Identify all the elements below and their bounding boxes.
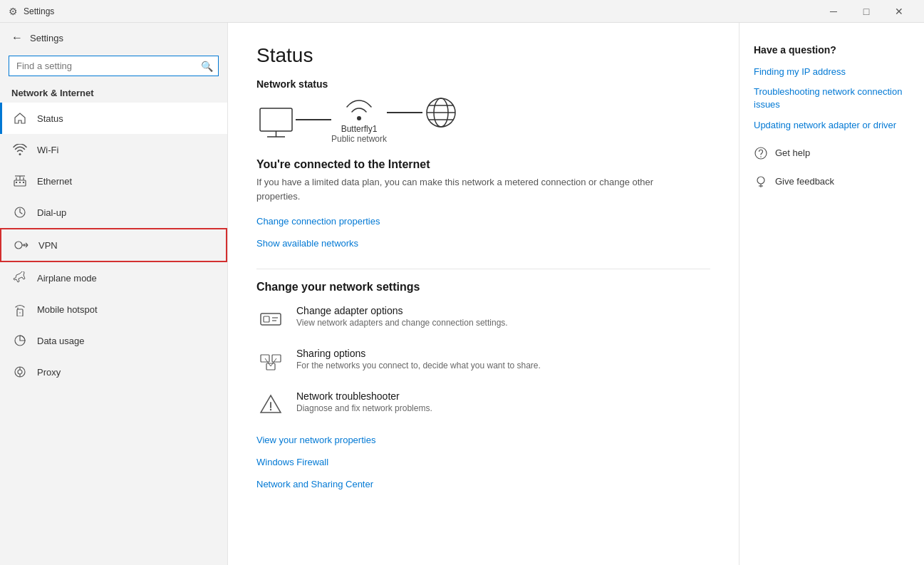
sidebar-item-proxy[interactable]: Proxy (0, 356, 227, 388)
settings-item-sharing-text: Sharing options For the networks you con… (296, 348, 541, 370)
titlebar-title: Settings (24, 6, 817, 16)
minimize-button[interactable]: ─ (817, 0, 850, 23)
dialup-icon (11, 204, 28, 221)
troubleshooter-title: Network troubleshooter (296, 390, 432, 402)
back-label: Settings (30, 33, 63, 43)
back-button[interactable]: ← Settings (0, 23, 227, 53)
home-icon (11, 110, 28, 127)
sidebar-item-vpn[interactable]: VPN (0, 228, 227, 262)
right-panel-link-ip[interactable]: Finding my IP address (754, 66, 910, 78)
maximize-button[interactable]: □ (850, 0, 883, 23)
give-feedback-label: Give feedback (775, 176, 834, 187)
right-panel: Have a question? Finding my IP address T… (739, 23, 924, 565)
sidebar: ← Settings 🔍 Network & Internet Status (0, 23, 228, 565)
close-button[interactable]: ✕ (883, 0, 915, 23)
svg-rect-21 (260, 108, 292, 131)
sidebar-item-label-ethernet: Ethernet (37, 176, 72, 187)
sidebar-item-hotspot[interactable]: Mobile hotspot (0, 294, 227, 325)
sidebar-item-ethernet[interactable]: Ethernet (0, 165, 227, 197)
svg-rect-36 (266, 363, 275, 370)
settings-icon: ⚙ (9, 6, 18, 17)
sidebar-item-label-wifi: Wi-Fi (37, 145, 58, 155)
sidebar-item-airplane[interactable]: Airplane mode (0, 262, 227, 294)
window-controls: ─ □ ✕ (817, 0, 915, 23)
data-icon (11, 332, 28, 349)
svg-point-44 (757, 177, 764, 184)
show-networks-link[interactable]: Show available networks (256, 238, 358, 249)
settings-item-adapter-text: Change adapter options View network adap… (296, 305, 508, 328)
feedback-icon (754, 175, 768, 189)
vpn-icon (13, 237, 30, 254)
sharing-title: Sharing options (296, 348, 541, 359)
sidebar-item-label-datausage: Data usage (37, 336, 85, 346)
wifi-icon (11, 141, 28, 158)
proxy-icon (11, 363, 28, 380)
view-properties-link[interactable]: View your network properties (256, 435, 375, 445)
svg-rect-6 (19, 182, 21, 183)
connection-line-2 (387, 112, 422, 113)
sidebar-item-wifi[interactable]: Wi-Fi (0, 134, 227, 165)
svg-point-43 (760, 156, 762, 157)
firewall-link[interactable]: Windows Firewall (256, 457, 328, 467)
search-container: 🔍 (9, 56, 219, 76)
hotspot-icon (11, 301, 28, 318)
page-title: Status (256, 44, 710, 67)
sidebar-item-status[interactable]: Status (0, 103, 227, 134)
sidebar-item-label-dialup: Dial-up (37, 207, 66, 218)
network-diagram: Butterfly1 Public network (256, 101, 710, 144)
sidebar-item-label-hotspot: Mobile hotspot (37, 304, 98, 315)
svg-point-41 (270, 409, 271, 410)
settings-item-troubleshooter[interactable]: Network troubleshooter Diagnose and fix … (256, 390, 710, 419)
sharing-center-link[interactable]: Network and Sharing Center (256, 479, 373, 489)
adapter-icon (256, 305, 285, 333)
sidebar-item-label-status: Status (37, 113, 63, 124)
svg-rect-5 (16, 182, 17, 183)
change-connection-link[interactable]: Change connection properties (256, 216, 380, 227)
titlebar: ⚙ Settings ─ □ ✕ (0, 0, 924, 23)
globe-icon (422, 94, 460, 131)
right-panel-link-troubleshoot[interactable]: Troubleshooting network connection issue… (754, 85, 910, 111)
adapter-desc: View network adapters and change connect… (296, 318, 508, 328)
main-content: Status Network status But (228, 23, 739, 565)
settings-item-troubleshooter-text: Network troubleshooter Diagnose and fix … (296, 390, 432, 413)
svg-point-9 (15, 242, 22, 249)
divider-1 (256, 269, 710, 269)
network-status-title: Network status (256, 78, 710, 90)
sidebar-item-dialup[interactable]: Dial-up (0, 197, 227, 228)
search-icon: 🔍 (201, 61, 213, 72)
back-arrow-icon: ← (11, 31, 23, 44)
connection-line-1 (296, 119, 331, 120)
sidebar-item-datausage[interactable]: Data usage (0, 325, 227, 356)
pc-icon (256, 105, 296, 140)
right-panel-title: Have a question? (754, 44, 910, 56)
troubleshooter-icon (256, 390, 285, 419)
sidebar-section-title: Network & Internet (0, 82, 227, 103)
troubleshooter-desc: Diagnose and fix network problems. (296, 403, 432, 413)
svg-point-24 (357, 116, 361, 120)
svg-rect-7 (23, 182, 24, 183)
sharing-desc: For the networks you connect to, decide … (296, 361, 541, 370)
connected-title: You're connected to the Internet (256, 158, 710, 171)
airplane-icon (11, 269, 28, 286)
svg-rect-31 (264, 316, 269, 322)
change-settings-title: Change your network settings (256, 281, 710, 294)
settings-item-sharing[interactable]: Sharing options For the networks you con… (256, 348, 710, 376)
adapter-title: Change adapter options (296, 305, 508, 316)
connected-desc: If you have a limited data plan, you can… (256, 175, 684, 203)
get-help-action[interactable]: Get help (754, 146, 910, 160)
sharing-icon (256, 348, 285, 376)
wifi-network-icon: Butterfly1 Public network (331, 95, 387, 144)
sidebar-item-label-proxy: Proxy (37, 367, 61, 378)
settings-item-adapter[interactable]: Change adapter options View network adap… (256, 305, 710, 333)
svg-point-18 (18, 370, 22, 374)
network-name-label: Butterfly1 (341, 124, 378, 134)
network-type-label: Public network (331, 134, 387, 144)
ethernet-icon (11, 172, 28, 190)
help-icon (754, 146, 768, 160)
sidebar-item-label-vpn: VPN (38, 240, 58, 251)
right-panel-link-adapter[interactable]: Updating network adapter or driver (754, 119, 910, 132)
get-help-label: Get help (775, 147, 810, 158)
give-feedback-action[interactable]: Give feedback (754, 175, 910, 189)
search-input[interactable] (9, 56, 219, 76)
sidebar-item-label-airplane: Airplane mode (37, 273, 97, 284)
